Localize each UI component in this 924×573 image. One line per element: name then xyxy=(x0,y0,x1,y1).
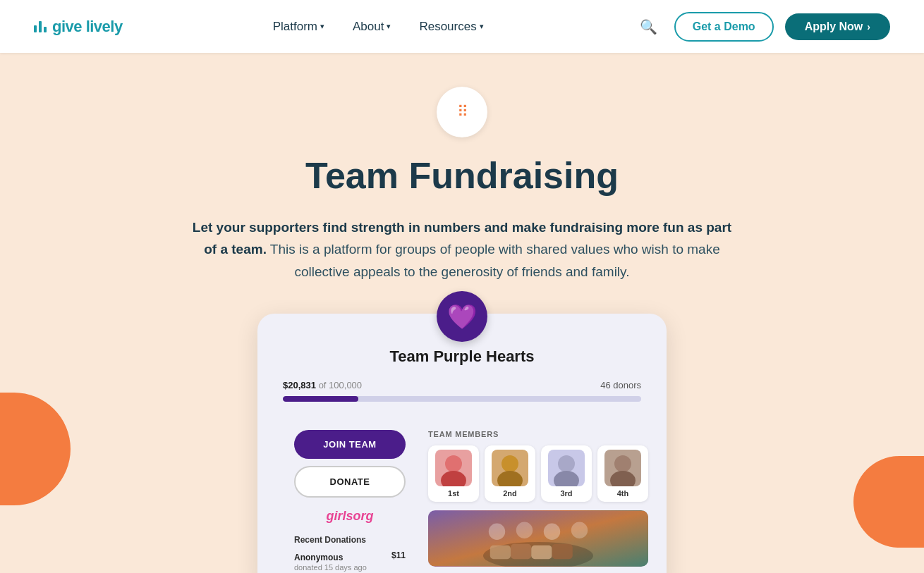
donation-amount: $11 xyxy=(391,550,406,560)
search-icon[interactable]: 🔍 xyxy=(634,13,663,41)
svg-rect-14 xyxy=(490,546,511,560)
card-bottom: JOIN TEAM DONATE girlsorg Recent Donatio… xyxy=(283,416,641,573)
progress-section: $20,831 of 100,000 46 donors xyxy=(283,380,641,402)
hero-desc-bold: Let your supporters find strength in num… xyxy=(193,220,731,257)
member-card-3: 3rd xyxy=(541,445,592,502)
hero-section: ⠿ Team Fundraising Let your supporters f… xyxy=(0,53,924,573)
donate-button[interactable]: DONATE xyxy=(294,466,406,498)
svg-point-4 xyxy=(558,455,575,472)
svg-rect-17 xyxy=(552,544,573,559)
nav-about[interactable]: About ▾ xyxy=(341,14,402,39)
logo-icon xyxy=(34,21,47,32)
member-rank-4: 4th xyxy=(602,489,644,498)
svg-point-2 xyxy=(501,455,518,472)
apply-now-label: Apply Now xyxy=(805,20,863,33)
members-grid: 1st 2nd 3rd xyxy=(428,445,648,502)
svg-point-0 xyxy=(445,455,462,472)
svg-point-3 xyxy=(497,471,523,486)
svg-point-12 xyxy=(571,522,588,538)
progress-bar-fill xyxy=(283,396,358,402)
svg-rect-16 xyxy=(531,546,552,560)
join-team-button[interactable]: JOIN TEAM xyxy=(294,430,406,459)
svg-point-11 xyxy=(544,524,560,540)
fundraising-card: Team Purple Hearts $20,831 of 100,000 46… xyxy=(257,314,667,573)
svg-point-1 xyxy=(441,471,466,486)
member-rank-2: 2nd xyxy=(489,489,531,498)
member-avatar-4 xyxy=(604,450,641,486)
svg-point-7 xyxy=(610,471,636,486)
dots-icon: ⠿ xyxy=(457,103,467,121)
svg-point-10 xyxy=(516,522,533,538)
member-avatar-3 xyxy=(548,450,585,486)
hero-description: Let your supporters find strength in num… xyxy=(187,216,737,283)
donation-item: $11 Anonymous donated 15 days ago xyxy=(294,550,406,572)
nav-resources-label: Resources xyxy=(419,20,476,34)
nav-platform-label: Platform xyxy=(273,20,317,34)
progress-meta: $20,831 of 100,000 46 donors xyxy=(283,380,641,390)
card-right-panel: TEAM MEMBERS 1st 2nd xyxy=(417,416,659,573)
donation-date: donated 15 days ago xyxy=(294,563,406,572)
member-rank-3: 3rd xyxy=(545,489,588,498)
member-avatar-1 xyxy=(435,450,472,486)
chevron-down-icon: ▾ xyxy=(320,22,324,31)
goal-amount: of 100,000 xyxy=(319,380,362,390)
team-members-label: TEAM MEMBERS xyxy=(428,430,648,438)
svg-point-5 xyxy=(554,471,579,486)
nav-right: 🔍 Get a Demo Apply Now › xyxy=(634,12,890,42)
nav-resources[interactable]: Resources ▾ xyxy=(408,14,494,39)
member-rank-1: 1st xyxy=(432,489,475,498)
chevron-down-icon: ▾ xyxy=(387,22,391,31)
svg-rect-15 xyxy=(511,544,531,559)
navbar: give lively Platform ▾ About ▾ Resources… xyxy=(0,0,924,53)
donor-count: 46 donors xyxy=(600,380,641,390)
recent-donations-label: Recent Donations xyxy=(294,535,406,545)
progress-bar-background xyxy=(283,396,641,402)
donation-name: Anonymous xyxy=(294,553,343,562)
nav-about-label: About xyxy=(353,20,384,34)
org-logo: girlsorg xyxy=(294,509,406,524)
svg-point-6 xyxy=(614,455,631,472)
heart-icon: 💜 xyxy=(447,302,477,331)
hero-title: Team Fundraising xyxy=(305,154,619,197)
apply-now-button[interactable]: Apply Now › xyxy=(785,13,890,40)
amount-raised: $20,831 xyxy=(283,380,316,390)
team-name: Team Purple Hearts xyxy=(283,347,641,366)
arrow-right-icon: › xyxy=(867,21,870,32)
nav-links: Platform ▾ About ▾ Resources ▾ xyxy=(262,14,495,39)
member-card-2: 2nd xyxy=(485,445,535,502)
member-card-4: 4th xyxy=(597,445,648,502)
chevron-down-icon: ▾ xyxy=(480,22,484,31)
svg-point-9 xyxy=(489,524,505,540)
get-demo-button[interactable]: Get a Demo xyxy=(674,12,774,42)
member-avatar-2 xyxy=(492,450,528,486)
nav-platform[interactable]: Platform ▾ xyxy=(262,14,336,39)
logo[interactable]: give lively xyxy=(34,18,123,36)
member-card-1: 1st xyxy=(428,445,479,502)
team-avatar: 💜 xyxy=(437,291,487,342)
logo-text: give lively xyxy=(52,18,123,36)
hero-icon-circle: ⠿ xyxy=(437,87,487,137)
card-wrapper: 💜 Team Purple Hearts $20,831 of 100,000 … xyxy=(28,314,896,573)
team-photo xyxy=(428,510,648,567)
card-left-panel: JOIN TEAM DONATE girlsorg Recent Donatio… xyxy=(283,416,417,573)
